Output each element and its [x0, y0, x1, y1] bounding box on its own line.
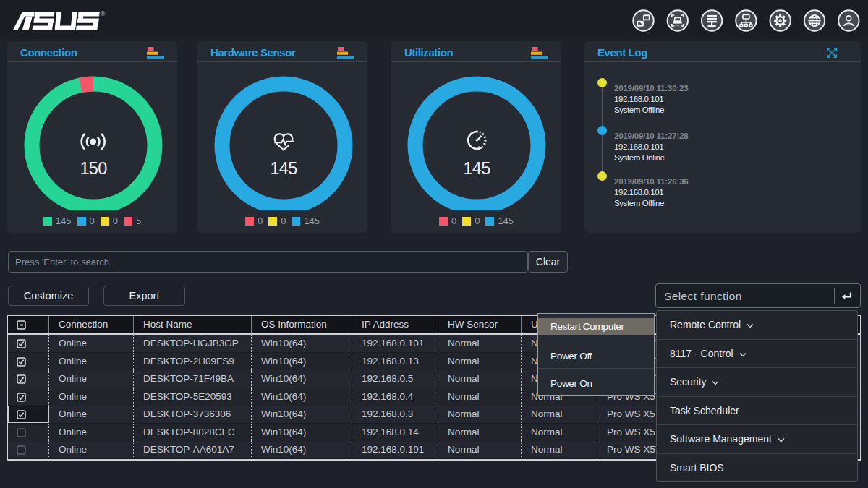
svg-text:150: 150: [80, 159, 108, 178]
svg-text:145: 145: [271, 159, 298, 178]
svg-text:145: 145: [464, 159, 491, 178]
svg-text:®: ®: [101, 10, 106, 17]
